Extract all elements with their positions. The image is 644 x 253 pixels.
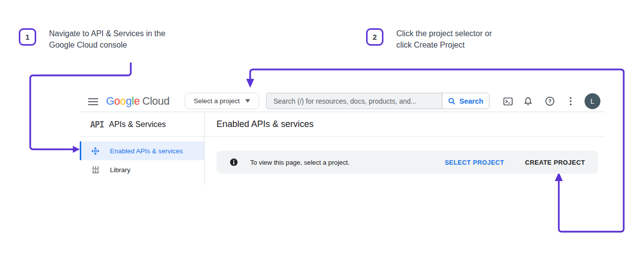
more-options-button[interactable]: [564, 95, 577, 108]
help-icon: ?: [545, 96, 555, 106]
sidebar-header: API APIs & Services: [80, 112, 204, 137]
banner-actions: SELECT PROJECT CREATE PROJECT: [445, 159, 585, 166]
cloud-shell-button[interactable]: [501, 95, 514, 108]
sidebar-nav: Enabled APIs & services: [80, 141, 204, 179]
menu-icon[interactable]: [88, 97, 99, 106]
step-1-text-line2: Google Cloud console: [49, 39, 165, 51]
sidebar-title: APIs & Services: [109, 120, 166, 129]
cloud-logo-suffix: Cloud: [142, 95, 169, 107]
console-top-bar: GoogleCloud Select a project Search: [80, 91, 604, 112]
api-product-icon: API: [90, 120, 109, 129]
account-avatar[interactable]: L: [585, 93, 600, 109]
google-logo-wordmark: Google: [106, 95, 140, 107]
bell-icon: [524, 97, 533, 106]
search-input[interactable]: [273, 97, 435, 105]
step-1-text-line1: Navigate to API & Services in the: [49, 28, 165, 39]
help-button[interactable]: ?: [543, 95, 556, 108]
search-icon: [448, 97, 456, 105]
search-bar: Search: [266, 93, 489, 109]
sidebar: API APIs & Services Enabled AP: [80, 112, 205, 185]
step-2-text: Click the project selector or click Crea…: [396, 28, 492, 51]
page-title: Enabled APIs & services: [216, 119, 314, 129]
annotated-screenshot: 1 Navigate to API & Services in the Goog…: [0, 0, 644, 253]
more-vert-icon: [569, 97, 572, 106]
avatar-initial: L: [590, 97, 594, 105]
project-selector-button[interactable]: Select a project: [185, 93, 259, 109]
sidebar-item-library[interactable]: Library: [80, 160, 204, 179]
search-button-label: Search: [459, 97, 483, 105]
step-2-text-line1: Click the project selector or: [396, 28, 492, 39]
sidebar-item-label: Enabled APIs & services: [110, 147, 183, 155]
search-field[interactable]: [267, 93, 442, 109]
step-2-arrowhead-down: [246, 79, 254, 88]
content-header: Enabled APIs & services: [205, 112, 604, 137]
caret-down-icon: [245, 99, 250, 103]
sidebar-item-label: Library: [110, 166, 130, 174]
create-project-button[interactable]: CREATE PROJECT: [525, 159, 585, 166]
cloud-shell-icon: [503, 97, 513, 106]
select-project-button[interactable]: SELECT PROJECT: [445, 159, 504, 166]
svg-text:?: ?: [548, 98, 551, 104]
select-project-banner: To view this page, select a project. SEL…: [216, 151, 598, 174]
banner-message: To view this page, select a project.: [250, 159, 350, 166]
step-1-text: Navigate to API & Services in the Google…: [49, 28, 165, 51]
step-1-badge: 1: [19, 28, 36, 46]
notifications-button[interactable]: [522, 95, 535, 108]
step-2-text-line2: click Create Project: [396, 39, 492, 51]
project-selector-label: Select a project: [194, 97, 240, 105]
library-icon: [91, 166, 100, 174]
step-1-arrowhead: [73, 146, 80, 153]
step-2-number: 2: [373, 33, 376, 41]
sidebar-item-enabled-apis[interactable]: Enabled APIs & services: [80, 141, 204, 160]
search-button[interactable]: Search: [442, 93, 489, 109]
step-2-badge: 2: [366, 28, 383, 46]
enabled-apis-icon: [91, 147, 100, 155]
google-cloud-logo[interactable]: GoogleCloud: [106, 95, 169, 108]
step-1-number: 1: [25, 33, 29, 41]
info-icon: [230, 158, 238, 166]
